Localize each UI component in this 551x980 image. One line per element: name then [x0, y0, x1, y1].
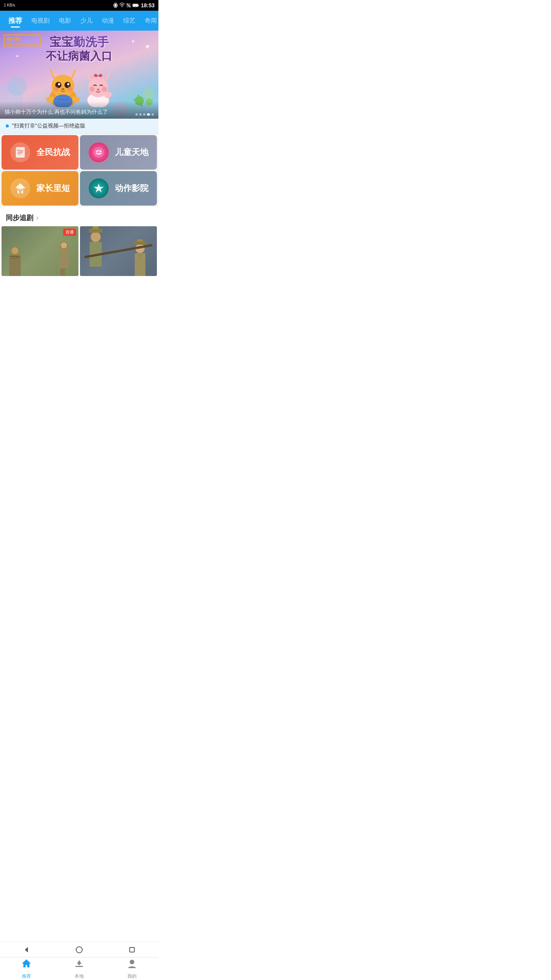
svg-point-45	[96, 150, 98, 152]
drama-2-figures	[80, 226, 157, 276]
drama-card-1[interactable]: 首播	[2, 226, 78, 276]
dongzuo-icon	[89, 178, 109, 198]
drama-row: 首播	[0, 226, 158, 278]
svg-point-19	[58, 83, 60, 85]
hero-dot-5	[152, 113, 154, 116]
svg-point-37	[102, 87, 107, 92]
nav-item-children[interactable]: 少儿	[76, 14, 97, 28]
bubble-5	[8, 77, 27, 96]
svg-point-23	[67, 86, 73, 91]
drama-section-title: 同步追剧	[6, 213, 33, 222]
quanmin-icon-svg	[14, 146, 27, 159]
svg-point-21	[62, 88, 65, 90]
nav-item-recommend[interactable]: 推荐	[4, 13, 27, 28]
svg-rect-49	[19, 190, 21, 193]
svg-point-44	[93, 147, 104, 158]
hero-caption: 猫小帅十万个为什么:再也不问爸妈为什么了	[0, 101, 158, 119]
svg-rect-50	[18, 189, 20, 191]
status-bar: 1 KB/s	[0, 0, 158, 11]
svg-rect-8	[138, 5, 139, 6]
category-card-quanmin[interactable]: 全民抗战	[2, 135, 78, 170]
quanmin-label: 全民抗战	[36, 147, 70, 158]
vibrate-icon	[113, 3, 118, 8]
wifi-icon	[119, 3, 125, 8]
svg-point-12	[52, 75, 75, 98]
category-card-ertong[interactable]: 儿童天地	[80, 135, 157, 170]
jiachang-icon-svg	[14, 182, 27, 195]
hero-dot-4	[147, 113, 150, 116]
time-display: 18:53	[141, 2, 155, 8]
quanmin-icon	[10, 142, 30, 162]
drama-section-arrow: ›	[36, 214, 38, 221]
category-card-jiachang[interactable]: 家长里短	[2, 171, 78, 206]
nav-item-animation[interactable]: 动漫	[97, 14, 119, 28]
svg-rect-51	[21, 189, 23, 191]
hero-big-text: 宝宝勤洗手 不让病菌入口	[0, 35, 158, 64]
announcement-dot	[6, 124, 9, 127]
ertong-icon	[89, 142, 109, 162]
status-right: ⚡ 18:53	[113, 2, 155, 8]
svg-point-20	[67, 83, 70, 85]
svg-point-22	[54, 86, 59, 91]
drama-section-header: 同步追剧 ›	[0, 207, 158, 226]
hero-dot-1	[135, 113, 138, 116]
hero-dots	[135, 113, 154, 116]
hero-banner[interactable]: 猫小帅 MAO XIAO SHUAI	[0, 31, 158, 119]
svg-point-36	[90, 87, 95, 92]
dongzuo-icon-svg	[92, 182, 105, 195]
nav-bar: 推荐 电视剧 电影 少儿 动漫 综艺 奇闻	[0, 11, 158, 31]
network-speed: 1 KB/s	[4, 3, 15, 8]
jiachang-icon	[10, 178, 30, 198]
nav-item-variety[interactable]: 综艺	[119, 14, 140, 28]
jiachang-label: 家长里短	[36, 183, 70, 194]
svg-point-46	[100, 150, 101, 152]
svg-point-35	[97, 89, 99, 91]
status-icons: ⚡	[113, 3, 139, 8]
drama-1-badge: 首播	[63, 229, 76, 236]
nav-item-news[interactable]: 奇闻	[140, 14, 158, 28]
ertong-label: 儿童天地	[115, 147, 148, 158]
dongzuo-label: 动作影院	[115, 183, 148, 194]
ertong-icon-svg	[92, 146, 105, 159]
nav-item-tv[interactable]: 电视剧	[27, 14, 54, 28]
svg-marker-52	[94, 183, 104, 193]
hero-dot-2	[139, 113, 142, 116]
battery-icon: ⚡	[132, 3, 139, 8]
svg-marker-47	[15, 183, 25, 188]
drama-card-2[interactable]	[80, 226, 157, 276]
hero-dot-3	[143, 113, 145, 116]
nosim-icon	[126, 3, 131, 8]
nav-item-movie[interactable]: 电影	[54, 14, 76, 28]
category-card-dongzuo[interactable]: 动作影院	[80, 171, 157, 206]
svg-rect-1	[115, 4, 116, 7]
category-grid: 全民抗战 儿童天地	[0, 134, 158, 207]
svg-text:⚡: ⚡	[134, 5, 137, 7]
announcement-bar: "扫黄打非"公益视频—拒绝盗版	[0, 119, 158, 134]
announcement-text: "扫黄打非"公益视频—拒绝盗版	[12, 122, 85, 129]
svg-point-4	[122, 7, 122, 7]
